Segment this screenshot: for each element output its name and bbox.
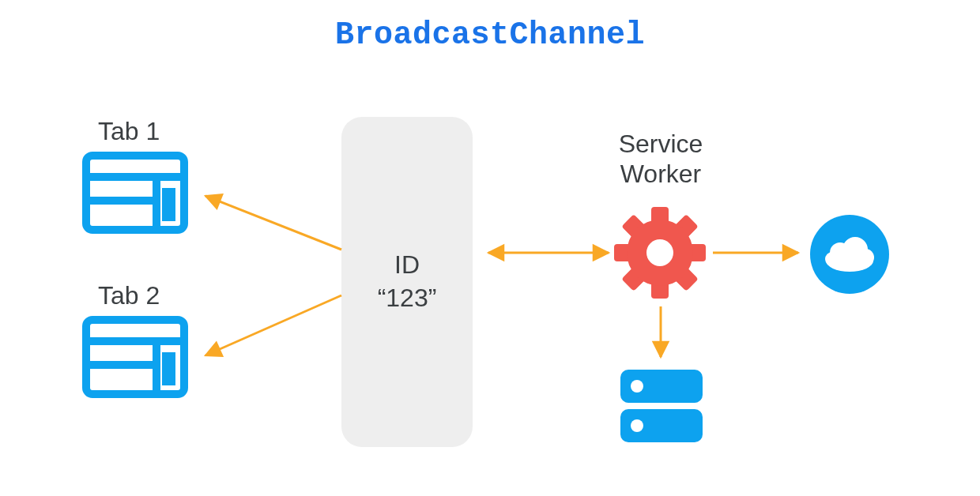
- arrows-layer: [0, 0, 980, 496]
- arrow-channel-to-tab2: [205, 295, 341, 355]
- arrow-channel-to-tab1: [205, 196, 341, 250]
- diagram-stage: BroadcastChannel Tab 1 Tab 2 ID “123” Se…: [0, 0, 980, 496]
